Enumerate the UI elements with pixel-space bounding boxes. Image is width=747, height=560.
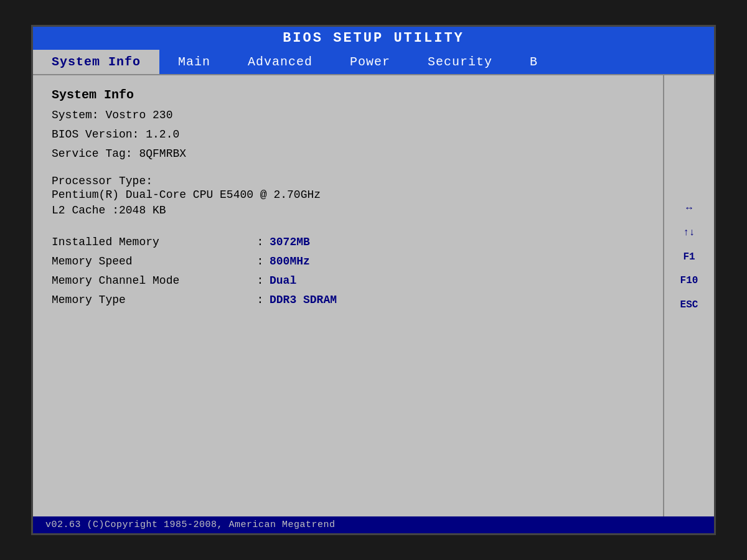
sidebar-key-arrows: ↔ <box>686 200 692 218</box>
system-line: System: Vostro 230 <box>52 107 644 124</box>
memory-value-1: 800MHz <box>270 253 310 270</box>
title-bar: BIOS SETUP UTILITY <box>33 27 714 50</box>
memory-colon-0: : <box>251 234 270 251</box>
memory-colon-2: : <box>251 273 270 289</box>
menu-bar: System Info Main Advanced Power Security… <box>33 50 714 75</box>
memory-row: Memory Speed : 800MHz <box>52 253 644 270</box>
sidebar-key-esc: ESC <box>680 296 698 314</box>
memory-label-1: Memory Speed <box>52 253 251 270</box>
sidebar-key-f1: F1 <box>683 248 695 266</box>
menu-item-advanced[interactable]: Advanced <box>229 50 331 74</box>
memory-value-3: DDR3 SDRAM <box>270 292 337 309</box>
memory-row: Installed Memory : 3072MB <box>52 234 644 251</box>
memory-row: Memory Type : DDR3 SDRAM <box>52 292 644 309</box>
processor-type-label: Processor Type: <box>52 175 644 187</box>
menu-item-boot[interactable]: B <box>511 50 557 74</box>
menu-item-power[interactable]: Power <box>331 50 409 74</box>
memory-value-2: Dual <box>270 273 296 289</box>
bios-screen: BIOS SETUP UTILITY System Info Main Adva… <box>31 25 716 535</box>
menu-item-system-info[interactable]: System Info <box>33 50 159 74</box>
l2-cache-line: L2 Cache :2048 KB <box>52 202 644 219</box>
processor-detail: Pentium(R) Dual-Core CPU E5400 @ 2.70GHz <box>52 189 644 201</box>
bios-version-line: BIOS Version: 1.2.0 <box>52 126 644 143</box>
memory-value-0: 3072MB <box>270 234 310 251</box>
sidebar-key-f10: F10 <box>680 272 698 290</box>
sidebar-key-updown: ↑↓ <box>683 224 695 242</box>
sidebar: ↔ ↑↓ F1 F10 ESC <box>664 75 714 516</box>
memory-label-2: Memory Channel Mode <box>52 273 251 289</box>
title-text: BIOS SETUP UTILITY <box>283 30 464 46</box>
memory-label-3: Memory Type <box>52 292 251 309</box>
main-content: System Info System: Vostro 230 BIOS Vers… <box>33 75 664 516</box>
memory-colon-1: : <box>251 253 270 270</box>
status-bar: v02.63 (C)Copyright 1985-2008, American … <box>33 516 714 533</box>
menu-item-security[interactable]: Security <box>409 50 511 74</box>
memory-row: Memory Channel Mode : Dual <box>52 273 644 289</box>
memory-label-0: Installed Memory <box>52 234 251 251</box>
memory-colon-3: : <box>251 292 270 309</box>
service-tag-line: Service Tag: 8QFMRBX <box>52 146 644 162</box>
section-title: System Info <box>52 88 644 102</box>
status-text: v02.63 (C)Copyright 1985-2008, American … <box>45 520 336 530</box>
menu-item-main[interactable]: Main <box>159 50 229 74</box>
memory-table: Installed Memory : 3072MB Memory Speed :… <box>52 234 644 309</box>
content-area: System Info System: Vostro 230 BIOS Vers… <box>33 75 714 516</box>
